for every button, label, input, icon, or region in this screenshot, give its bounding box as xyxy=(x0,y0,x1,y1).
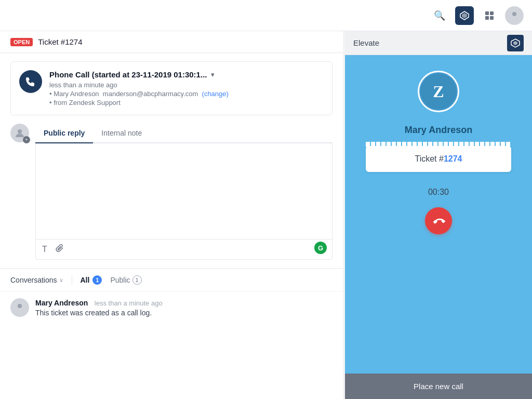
call-card: Phone Call (started at 23-11-2019 01:30:… xyxy=(10,61,332,115)
attach-button[interactable] xyxy=(56,244,64,255)
activity-content: Mary Andreson less than a minute ago Thi… xyxy=(35,298,332,317)
activity-avatar xyxy=(10,298,29,317)
reply-tabs: Public reply Internal note xyxy=(35,124,332,143)
tab-public-reply[interactable]: Public reply xyxy=(35,124,93,143)
svg-rect-5 xyxy=(490,16,494,20)
public-count-badge: 1 xyxy=(132,275,142,285)
all-count-badge: 1 xyxy=(92,275,102,285)
panel-ticket-label: Ticket #1274 xyxy=(415,154,462,163)
caller-name: Mary Andreson xyxy=(405,125,472,136)
elevate-logo-icon xyxy=(507,35,524,51)
call-avatar-icon xyxy=(19,70,42,93)
call-requester: • Mary Andreson manderson@abcpharmacy.co… xyxy=(49,90,324,98)
filter-all[interactable]: All 1 xyxy=(81,275,102,285)
svg-rect-3 xyxy=(490,11,494,15)
call-change-link[interactable]: (change) xyxy=(202,90,229,98)
activity-entry: Mary Andreson less than a minute ago Thi… xyxy=(0,291,343,323)
call-info: Phone Call (started at 23-11-2019 01:30:… xyxy=(49,70,324,107)
call-timer: 00:30 xyxy=(428,188,449,197)
reply-area: + Public reply Internal note G T xyxy=(0,124,343,268)
panel-ticket-card[interactable]: Ticket #1274 xyxy=(366,146,511,172)
conversations-chevron: ∨ xyxy=(59,277,63,284)
tab-internal-note[interactable]: Internal note xyxy=(93,124,150,143)
filter-public[interactable]: Public 1 xyxy=(110,275,141,285)
call-title: Phone Call (started at 23-11-2019 01:30:… xyxy=(49,70,324,79)
call-dropdown-icon[interactable]: ▾ xyxy=(211,71,214,78)
elevate-body: Z Mary Andreson Ticket #1274 00:30 xyxy=(345,55,532,374)
ticket-title: Ticket #1274 xyxy=(38,37,82,46)
caller-avatar-z: Z xyxy=(433,82,444,101)
ticket-header: OPEN Ticket #1274 xyxy=(0,31,343,53)
svg-marker-14 xyxy=(513,41,517,45)
svg-rect-2 xyxy=(485,11,489,15)
svg-marker-1 xyxy=(462,13,467,18)
reply-box: G T xyxy=(35,143,332,260)
hangup-icon xyxy=(429,211,448,231)
search-icon[interactable]: 🔍 xyxy=(430,6,449,25)
grid-nav-icon[interactable] xyxy=(480,6,499,25)
svg-point-7 xyxy=(18,129,22,134)
conversations-section: Conversations ∨ All 1 Public 1 xyxy=(0,268,343,291)
hangup-button[interactable] xyxy=(425,207,452,234)
elevate-title: Elevate xyxy=(353,38,379,47)
call-time: less than a minute ago xyxy=(49,81,324,89)
activity-text: This ticket was created as a call log. xyxy=(35,309,332,317)
agent-avatar-wrapper: + xyxy=(10,124,29,142)
activity-author: Mary Andreson xyxy=(35,299,88,307)
text-format-button[interactable]: T xyxy=(42,245,47,254)
svg-point-12 xyxy=(18,304,22,308)
caller-avatar: Z xyxy=(418,71,459,112)
activity-time: less than a minute ago xyxy=(95,299,163,307)
user-avatar[interactable] xyxy=(505,6,524,25)
elevate-nav-icon[interactable] xyxy=(455,6,474,25)
grammarly-icon: G xyxy=(314,242,327,254)
call-source: • from Zendesk Support xyxy=(49,99,324,107)
agent-add-icon[interactable]: + xyxy=(23,136,30,143)
place-new-call-button[interactable]: Place new call xyxy=(345,374,532,399)
ticket-status-badge: OPEN xyxy=(10,38,33,46)
reply-textarea[interactable] xyxy=(36,143,332,237)
conversations-divider xyxy=(72,275,72,285)
reply-toolbar: T xyxy=(36,239,332,259)
elevate-panel: Elevate Z Mary Andreson Ticket #1274 00:… xyxy=(345,31,532,399)
panel-ticket-num: 1274 xyxy=(444,154,462,163)
top-nav: 🔍 xyxy=(0,0,532,31)
reply-box-wrapper: Public reply Internal note G T xyxy=(35,124,332,260)
caller-avatar-inner: Z xyxy=(420,73,457,110)
elevate-header: Elevate xyxy=(345,31,532,55)
main-content: OPEN Ticket #1274 Phone Call (started at… xyxy=(0,31,343,399)
conversations-label[interactable]: Conversations ∨ xyxy=(10,276,63,284)
svg-point-6 xyxy=(512,12,516,16)
svg-rect-4 xyxy=(485,16,489,20)
